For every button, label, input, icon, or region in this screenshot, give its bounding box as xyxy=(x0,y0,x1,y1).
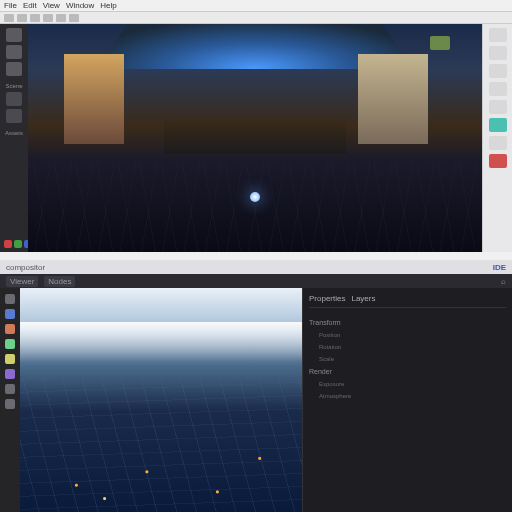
menu-file[interactable]: File xyxy=(4,1,17,10)
material-icon[interactable] xyxy=(489,82,507,96)
texture-icon[interactable] xyxy=(6,109,22,123)
scene-window-left xyxy=(64,54,124,144)
prop-rotation[interactable]: Rotation xyxy=(309,341,506,353)
export-icon[interactable] xyxy=(489,136,507,150)
app-compositor: compositor IDE Viewer Nodes ⌕ Properties… xyxy=(0,260,512,512)
workspace: Scene Assets xyxy=(0,24,512,252)
app-3d-editor: File Edit View Window Help Scene Assets xyxy=(0,0,512,252)
prop-position[interactable]: Position xyxy=(309,329,506,341)
prop-scale[interactable]: Scale xyxy=(309,353,506,365)
group-render[interactable]: Render xyxy=(309,365,506,378)
workspace: Properties Layers Transform Position Rot… xyxy=(0,288,512,512)
swatch-red[interactable] xyxy=(4,240,12,248)
scene-light-orb xyxy=(250,192,260,202)
settings-icon[interactable] xyxy=(5,399,15,409)
mesh-icon[interactable] xyxy=(6,92,22,106)
menubar: File Edit View Window Help xyxy=(0,0,512,12)
menu-help[interactable]: Help xyxy=(100,1,116,10)
titlebar: compositor IDE xyxy=(0,260,512,274)
inspector-tabs: Properties Layers xyxy=(309,294,506,308)
tab-viewer[interactable]: Viewer xyxy=(6,276,38,287)
output-icon[interactable] xyxy=(5,384,15,394)
menu-view[interactable]: View xyxy=(43,1,60,10)
link-icon[interactable] xyxy=(489,118,507,132)
search-icon[interactable]: ⌕ xyxy=(501,277,506,286)
prop-exposure[interactable]: Exposure xyxy=(309,378,506,390)
toolbar xyxy=(0,12,512,24)
tool-sidebar xyxy=(0,288,20,512)
scene-room xyxy=(28,24,482,252)
scene-floor-grid xyxy=(28,162,482,252)
render-city-grid xyxy=(20,378,302,512)
render-horizon xyxy=(20,322,302,362)
sidebar-label-assets: Assets xyxy=(2,130,26,136)
tab-nodes[interactable]: Nodes xyxy=(44,276,75,287)
scene-cityscape xyxy=(164,119,346,154)
sidebar-label-scene: Scene xyxy=(2,83,26,89)
left-sidebar: Scene Assets xyxy=(0,24,28,252)
swatch-green[interactable] xyxy=(14,240,22,248)
tool-move[interactable] xyxy=(17,14,27,22)
ide-badge: IDE xyxy=(493,263,506,272)
mask-icon[interactable] xyxy=(5,369,15,379)
app-title: compositor xyxy=(6,263,45,272)
tab-properties[interactable]: Properties xyxy=(309,294,345,303)
camera-icon[interactable] xyxy=(6,62,22,76)
prop-atmosphere[interactable]: Atmosphere xyxy=(309,390,506,402)
right-panel xyxy=(482,24,512,252)
merge-icon[interactable] xyxy=(5,339,15,349)
menu-window[interactable]: Window xyxy=(66,1,94,10)
node-icon[interactable] xyxy=(5,309,15,319)
blur-icon[interactable] xyxy=(5,354,15,364)
tool-scale[interactable] xyxy=(43,14,53,22)
layers-icon[interactable] xyxy=(489,46,507,60)
gpu-badge xyxy=(430,36,450,50)
toolbar: Viewer Nodes ⌕ xyxy=(0,274,512,288)
scene-window-right xyxy=(358,54,428,144)
selection-icon[interactable] xyxy=(489,28,507,42)
group-transform[interactable]: Transform xyxy=(309,316,506,329)
transform-icon[interactable] xyxy=(489,64,507,78)
light-icon[interactable] xyxy=(6,45,22,59)
tab-layers[interactable]: Layers xyxy=(351,294,375,303)
tool-select[interactable] xyxy=(4,14,14,22)
pointer-icon[interactable] xyxy=(5,294,15,304)
record-icon[interactable] xyxy=(489,154,507,168)
color-icon[interactable] xyxy=(5,324,15,334)
image-viewer[interactable] xyxy=(20,288,302,512)
window-divider xyxy=(0,252,512,260)
tool-rotate[interactable] xyxy=(30,14,40,22)
render-icon[interactable] xyxy=(489,100,507,114)
menu-edit[interactable]: Edit xyxy=(23,1,37,10)
inspector-panel: Properties Layers Transform Position Rot… xyxy=(302,288,512,512)
tool-snap[interactable] xyxy=(56,14,66,22)
3d-viewport[interactable] xyxy=(28,24,482,252)
tool-grid[interactable] xyxy=(69,14,79,22)
cube-icon[interactable] xyxy=(6,28,22,42)
